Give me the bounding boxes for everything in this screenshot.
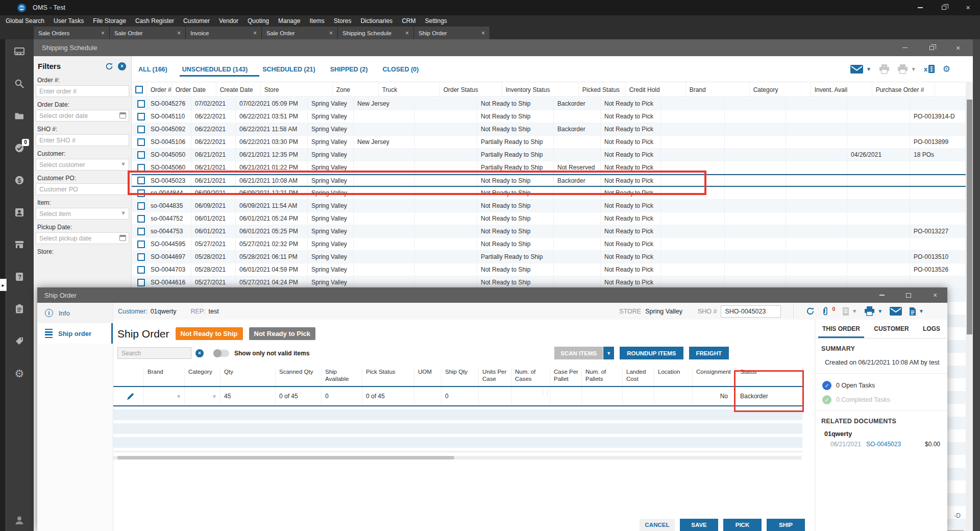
refresh-icon[interactable] <box>806 307 815 316</box>
search-clear-icon[interactable]: × <box>195 349 204 357</box>
printer-icon[interactable] <box>864 306 875 316</box>
order-link[interactable]: so-0044752 <box>147 212 191 225</box>
row-checkbox[interactable] <box>137 202 145 210</box>
status-tab[interactable]: ALL (166) <box>138 58 168 80</box>
row-checkbox[interactable] <box>137 113 145 120</box>
item-column-header[interactable]: Consignment <box>693 367 737 386</box>
restore-icon[interactable] <box>926 39 937 56</box>
tab-close-icon[interactable]: × <box>101 30 105 37</box>
order-link[interactable]: so-0044753 <box>147 225 191 237</box>
document-tab[interactable]: Shipping Schedule × <box>338 27 414 39</box>
roundup-items-button[interactable]: ROUNDUP ITEMS <box>620 347 683 359</box>
select-all-checkbox[interactable] <box>135 86 143 93</box>
item-column-header[interactable] <box>113 367 144 386</box>
tags-icon[interactable] <box>13 335 26 347</box>
filter-input[interactable] <box>36 134 129 146</box>
column-header[interactable]: Zone <box>333 82 379 96</box>
column-header[interactable]: Order Date <box>172 82 216 96</box>
filter-input[interactable] <box>36 85 129 97</box>
menu-item[interactable]: Settings <box>420 15 451 27</box>
item-column-header[interactable]: UOM <box>414 367 442 386</box>
excel-export-icon[interactable]: x <box>924 64 935 74</box>
purchase-order-link[interactable] <box>910 175 966 186</box>
menu-item[interactable]: Items <box>305 15 329 27</box>
menu-item[interactable]: Dictionaries <box>356 15 397 27</box>
minimize-icon[interactable] <box>899 39 911 56</box>
purchase-order-link[interactable] <box>910 98 966 110</box>
menu-item[interactable]: Customer <box>179 15 214 27</box>
minimize-icon[interactable] <box>908 0 932 15</box>
calendar-icon[interactable] <box>119 112 126 118</box>
filter-input[interactable] <box>36 232 129 244</box>
column-header[interactable]: Truck <box>379 82 440 96</box>
status-tab[interactable]: SHIPPED (2) <box>330 58 369 80</box>
row-checkbox[interactable] <box>137 164 145 172</box>
item-column-header[interactable]: Ship Available <box>322 367 362 386</box>
receipt-dropdown-icon[interactable]: ▼ <box>852 308 857 314</box>
tab-close-icon[interactable]: × <box>481 30 485 37</box>
document-tab[interactable]: Sale Order × <box>110 27 186 39</box>
document-icon[interactable] <box>909 307 916 316</box>
table-row[interactable]: so-0044835 06/09/2021 06/09/2021 11:54 A… <box>132 200 966 212</box>
purchase-order-link[interactable]: PO-0013510 <box>910 251 966 263</box>
vertical-scrollbar[interactable] <box>966 82 973 531</box>
filter-input[interactable] <box>36 110 129 122</box>
purchase-order-link[interactable]: 18 POs <box>910 149 966 161</box>
item-column-header[interactable]: Units Per Case <box>479 367 511 386</box>
row-checkbox[interactable] <box>137 100 145 108</box>
status-tab[interactable]: CLOSED (0) <box>382 58 419 80</box>
column-header[interactable]: Credit Hold <box>626 82 686 96</box>
printer-dropdown-icon[interactable]: ▼ <box>877 308 883 314</box>
purchase-order-link[interactable]: PO-0013227 <box>910 225 966 237</box>
item-column-header[interactable]: Num. of Cases <box>511 367 550 386</box>
row-checkbox[interactable] <box>137 253 145 261</box>
printer-icon[interactable] <box>897 64 908 74</box>
completed-tasks-row[interactable]: ✓ 0 Completed Tasks <box>821 393 947 407</box>
menu-item[interactable]: Stores <box>329 15 356 27</box>
pick-button[interactable]: PICK <box>723 519 762 531</box>
order-link[interactable]: so-0044844 <box>147 187 191 199</box>
order-link[interactable]: SO-0045110 <box>147 110 191 123</box>
chevron-down-icon[interactable]: ▼ <box>120 161 126 167</box>
scrollbar-thumb[interactable] <box>967 100 972 334</box>
column-header[interactable]: Picked Status <box>579 82 626 96</box>
menu-item[interactable]: Global Search <box>1 15 49 27</box>
column-header[interactable]: Category <box>750 82 811 96</box>
save-button[interactable]: SAVE <box>680 519 718 531</box>
menu-item[interactable]: User Tasks <box>49 15 88 27</box>
document-tab[interactable]: Sale Order × <box>262 27 338 39</box>
related-order-link[interactable]: SO-0045023 <box>866 441 901 448</box>
status-tab[interactable]: SCHEDULED (21) <box>262 58 316 80</box>
menu-item[interactable]: File Storage <box>88 15 131 27</box>
row-checkbox[interactable] <box>137 126 145 133</box>
row-checkbox[interactable] <box>137 215 145 223</box>
menu-item[interactable]: Manage <box>274 15 305 27</box>
item-column-header[interactable]: Case Per Pallet <box>550 367 582 386</box>
nav-item-info[interactable]: i Info <box>37 303 113 323</box>
tab-close-icon[interactable]: × <box>177 30 181 37</box>
purchase-order-link[interactable] <box>910 161 966 174</box>
column-header[interactable]: Brand <box>686 82 750 96</box>
order-link[interactable]: SO-0045092 <box>147 123 191 135</box>
item-column-header[interactable]: Scanned Qty <box>276 367 322 386</box>
clipboard-icon[interactable] <box>13 303 26 315</box>
order-link[interactable]: SO-0044697 <box>147 251 191 263</box>
email-icon[interactable] <box>890 307 902 316</box>
table-row[interactable]: SO-0045276 07/02/2021 07/02/2021 05:09 P… <box>132 98 966 110</box>
close-icon[interactable]: × <box>956 0 980 15</box>
purchase-order-link[interactable] <box>910 212 966 225</box>
column-header[interactable]: Order # <box>147 82 172 96</box>
item-column-header[interactable]: Location <box>654 367 693 386</box>
item-row[interactable]: ▼ ▼ 45 0 of 45 0 0 of 45 0 ⋮⋮ No Backord… <box>113 387 802 406</box>
printer-dropdown-icon[interactable]: ▼ <box>911 66 916 72</box>
minimize-icon[interactable] <box>877 287 887 303</box>
document-dropdown-icon[interactable]: ▼ <box>919 308 924 314</box>
status-tab[interactable]: UNSCHEDULED (143) <box>182 58 249 80</box>
po-link-fragment[interactable]: -D <box>954 512 961 519</box>
purchase-order-link[interactable] <box>910 187 966 199</box>
column-header[interactable]: Store <box>261 82 333 96</box>
refresh-icon[interactable] <box>105 62 113 70</box>
item-column-header[interactable]: Status <box>737 367 802 386</box>
column-header[interactable]: Purchase Order # <box>872 82 935 96</box>
not-valid-toggle[interactable] <box>213 350 229 357</box>
